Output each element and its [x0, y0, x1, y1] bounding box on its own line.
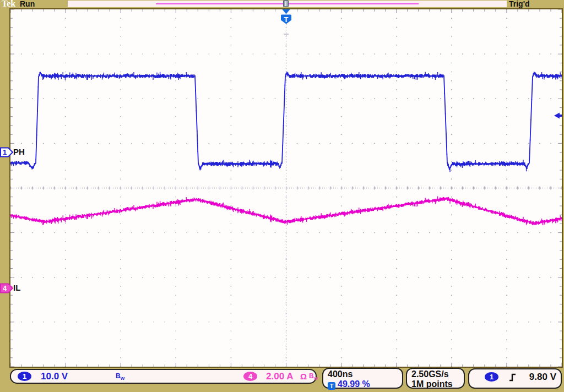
trigger-level: 9.80 V: [529, 372, 556, 383]
graticule-area: T: [9, 8, 563, 368]
trigger-panel[interactable]: 1 9.80 V: [468, 368, 562, 389]
channel-1-ground-marker[interactable]: 1: [0, 147, 14, 160]
rising-edge-icon: [509, 373, 518, 382]
trigger-t-icon: T: [328, 382, 335, 390]
sample-rate: 2.50GS/s: [411, 369, 449, 379]
trigger-position-readout: T49.99 %: [328, 379, 370, 390]
channel-1-label: PH: [13, 148, 25, 156]
channel-4-badge: 4: [243, 372, 257, 381]
oscilloscope-screen: Tek Run Trig'd T 1 PH 4: [0, 0, 564, 392]
channel-4-bandwidth-badge: BW: [309, 372, 318, 381]
graticule-svg: T: [10, 9, 562, 367]
trigger-source-badge: 1: [485, 372, 498, 382]
svg-text:1: 1: [3, 148, 7, 156]
svg-text:T: T: [284, 15, 289, 24]
timebase-scale: 400ns: [328, 369, 352, 379]
channel-4-scale: 2.00 A: [266, 371, 293, 382]
trigger-top-arrow-icon: [283, 9, 290, 14]
acquisition-status: Run: [20, 0, 35, 8]
channel-1-badge: 1: [18, 372, 31, 381]
tek-logo: Tek: [2, 0, 15, 9]
trigger-flag-icon[interactable]: T: [281, 15, 291, 24]
trigger-level-arrow-icon[interactable]: [554, 113, 562, 119]
channel-readout-panel[interactable]: 1 10.0 V BW 4 2.00 A Ω BW: [10, 369, 317, 384]
record-position-marker[interactable]: [283, 0, 289, 7]
channel-4-impedance: Ω: [300, 372, 307, 381]
svg-text:4: 4: [3, 284, 7, 292]
trigger-status: Trig'd: [509, 0, 530, 8]
channel-4-ground-marker[interactable]: 4: [0, 283, 14, 296]
record-length: 1M points: [411, 379, 453, 389]
channel-1-bandwidth-badge: BW: [116, 372, 124, 381]
channel-1-scale: 10.0 V: [41, 371, 68, 382]
record-view-strip: [68, 1, 507, 7]
acquisition-panel[interactable]: 2.50GS/s 1M points: [406, 368, 465, 389]
timebase-panel[interactable]: 400ns T49.99 %: [322, 368, 403, 389]
channel-4-label: IL: [13, 284, 20, 292]
